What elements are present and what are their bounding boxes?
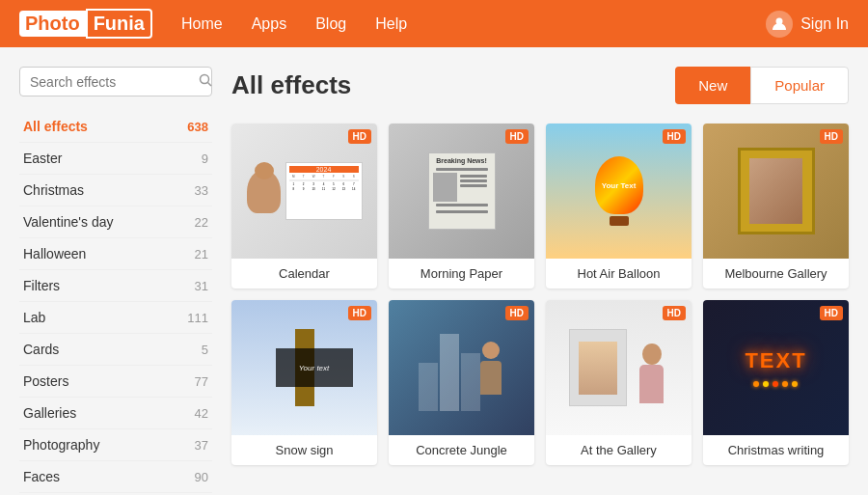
effect-label: Christmas writing bbox=[703, 435, 849, 465]
effect-label: Melbourne Gallery bbox=[703, 259, 849, 289]
effect-label: At the Gallery bbox=[546, 435, 692, 465]
header: Photo Funia Home Apps Blog Help Sign In bbox=[0, 0, 868, 47]
sidebar-item-label: All effects bbox=[23, 119, 88, 134]
page-title: All effects bbox=[231, 70, 351, 100]
content-header: All effects New Popular bbox=[231, 67, 849, 104]
search-box[interactable] bbox=[19, 67, 212, 96]
main-nav: Home Apps Blog Help bbox=[181, 15, 766, 33]
effect-image-morning-paper: Breaking News! bbox=[389, 124, 534, 259]
effect-label: Concrete Jungle bbox=[389, 435, 534, 465]
new-button[interactable]: New bbox=[675, 67, 750, 104]
effect-image-melbourne-gallery: HD bbox=[703, 124, 849, 259]
effect-card-concrete-jungle[interactable]: HD Concrete Jungle bbox=[389, 300, 534, 465]
effect-card-at-the-gallery[interactable]: HD At the Gallery bbox=[546, 300, 692, 465]
effect-label: Snow sign bbox=[231, 435, 377, 465]
nav-apps[interactable]: Apps bbox=[252, 15, 286, 33]
sidebar-item-lab[interactable]: Lab 111 bbox=[19, 302, 212, 334]
logo[interactable]: Photo Funia bbox=[19, 9, 152, 39]
sidebar-item-label: Lab bbox=[23, 310, 45, 325]
sidebar-item-count: 90 bbox=[195, 470, 208, 484]
effect-image-christmas-writing: TEXT HD bbox=[703, 300, 849, 435]
sidebar-item-label: Halloween bbox=[23, 246, 86, 261]
sidebar-item-label: Posters bbox=[23, 373, 68, 389]
hd-badge: HD bbox=[820, 129, 843, 144]
effects-grid: 2024 M T W T F S S bbox=[231, 124, 849, 465]
sidebar-item-count: 31 bbox=[195, 279, 208, 293]
sidebar-item-faces[interactable]: Faces 90 bbox=[19, 461, 212, 493]
hd-badge: HD bbox=[663, 306, 686, 320]
hd-badge: HD bbox=[348, 129, 371, 144]
sidebar-item-christmas[interactable]: Christmas 33 bbox=[19, 175, 212, 206]
sidebar-item-label: Christmas bbox=[23, 182, 84, 198]
effect-card-christmas-writing[interactable]: TEXT HD Christmas writing bbox=[703, 300, 849, 465]
nav-help[interactable]: Help bbox=[375, 15, 407, 33]
sidebar-item-count: 37 bbox=[195, 438, 208, 453]
sign-in-link[interactable]: Sign In bbox=[800, 15, 849, 33]
sidebar-item-label: Galleries bbox=[23, 405, 76, 421]
effect-label: Calendar bbox=[231, 259, 377, 289]
main-layout: All effects 638 Easter 9 Christmas 33 Va… bbox=[0, 47, 868, 495]
effect-card-hot-air-balloon[interactable]: Your Text HD Hot Air Balloon bbox=[546, 124, 692, 289]
sidebar-item-label: Valentine's day bbox=[23, 214, 113, 230]
sidebar-item-count: 77 bbox=[195, 374, 208, 389]
effect-label: Morning Paper bbox=[389, 259, 534, 289]
header-right: Sign In bbox=[766, 11, 849, 38]
svg-point-1 bbox=[201, 75, 209, 84]
search-button[interactable] bbox=[199, 73, 212, 90]
sidebar-item-count: 111 bbox=[187, 311, 208, 325]
effect-image-at-the-gallery: HD bbox=[546, 300, 692, 435]
effect-image-concrete-jungle: HD bbox=[389, 300, 534, 435]
view-toggle: New Popular bbox=[675, 67, 849, 104]
hd-badge: HD bbox=[663, 129, 686, 144]
main-content: All effects New Popular 2024 bbox=[231, 67, 849, 493]
sidebar-item-label: Cards bbox=[23, 342, 59, 357]
sidebar-item-label: Easter bbox=[23, 151, 62, 166]
logo-photo: Photo bbox=[19, 11, 86, 37]
sidebar-item-posters[interactable]: Posters 77 bbox=[19, 366, 212, 398]
effect-label: Hot Air Balloon bbox=[546, 259, 692, 289]
effect-image-snow-sign: Your text HD bbox=[231, 300, 377, 435]
sidebar-item-cards[interactable]: Cards 5 bbox=[19, 334, 212, 366]
sidebar-item-photography[interactable]: Photography 37 bbox=[19, 429, 212, 461]
sidebar-item-galleries[interactable]: Galleries 42 bbox=[19, 398, 212, 429]
sidebar-item-filters[interactable]: Filters 31 bbox=[19, 270, 212, 302]
popular-button[interactable]: Popular bbox=[750, 67, 849, 104]
sidebar-item-count: 42 bbox=[195, 406, 208, 421]
logo-funia: Funia bbox=[86, 9, 152, 39]
hd-badge: HD bbox=[505, 306, 529, 320]
effect-image-hot-air-balloon: Your Text HD bbox=[546, 124, 692, 259]
hd-badge: HD bbox=[505, 129, 529, 144]
svg-line-2 bbox=[208, 83, 212, 87]
effect-card-morning-paper[interactable]: Breaking News! bbox=[389, 124, 534, 289]
sidebar-item-count: 9 bbox=[202, 151, 208, 166]
sidebar: All effects 638 Easter 9 Christmas 33 Va… bbox=[19, 67, 212, 493]
sidebar-item-count: 5 bbox=[202, 343, 208, 357]
effect-card-calendar[interactable]: 2024 M T W T F S S bbox=[231, 124, 377, 289]
sidebar-item-all-effects[interactable]: All effects 638 bbox=[19, 111, 212, 143]
effect-image-calendar: 2024 M T W T F S S bbox=[231, 124, 377, 259]
sidebar-item-valentines[interactable]: Valentine's day 22 bbox=[19, 206, 212, 238]
hd-badge: HD bbox=[348, 306, 371, 320]
sidebar-item-count: 33 bbox=[195, 183, 208, 198]
sidebar-item-halloween[interactable]: Halloween 21 bbox=[19, 238, 212, 270]
hd-badge: HD bbox=[820, 306, 843, 320]
effect-card-snow-sign[interactable]: Your text HD Snow sign bbox=[231, 300, 377, 465]
sidebar-item-count: 638 bbox=[187, 120, 208, 134]
nav-blog[interactable]: Blog bbox=[315, 15, 346, 33]
sidebar-item-count: 21 bbox=[195, 247, 208, 261]
effect-card-melbourne-gallery[interactable]: HD Melbourne Gallery bbox=[703, 124, 849, 289]
user-avatar-icon bbox=[766, 11, 793, 38]
nav-home[interactable]: Home bbox=[181, 15, 223, 33]
sidebar-item-easter[interactable]: Easter 9 bbox=[19, 143, 212, 175]
search-input[interactable] bbox=[30, 74, 199, 90]
sidebar-item-label: Filters bbox=[23, 278, 60, 293]
sidebar-item-label: Photography bbox=[23, 437, 99, 453]
sidebar-item-count: 22 bbox=[195, 215, 208, 230]
sidebar-item-label: Faces bbox=[23, 469, 60, 484]
